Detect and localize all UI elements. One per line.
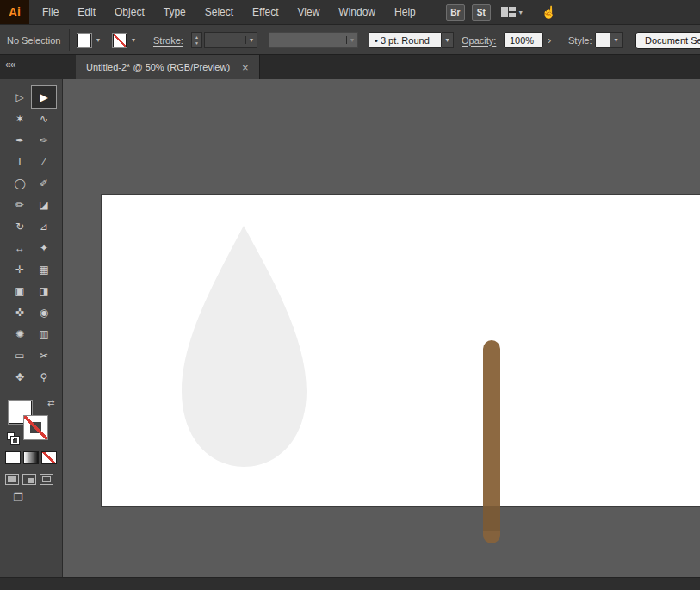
canvas-pasteboard[interactable]	[63, 79, 700, 577]
stroke-weight-select[interactable]: ▾	[204, 32, 257, 48]
stroke-indicator[interactable]	[24, 416, 47, 439]
stroke-swatch-chevron-icon[interactable]: ▾	[128, 34, 139, 47]
document-tab[interactable]: Untitled-2* @ 50% (RGB/Preview) ×	[76, 55, 260, 79]
tools-grid: ▷▶✶∿✒✑T∕◯✐✏◪↻⊿↔✦✛▦▣◨✜◉✺▥▭✂✥⚲	[8, 86, 56, 388]
brush-definition-field[interactable]: • 3 pt. Round	[369, 32, 442, 48]
ellipse-tool[interactable]: ◯	[8, 172, 32, 194]
lasso-tool[interactable]: ∿	[32, 108, 56, 129]
menu-item-help[interactable]: Help	[385, 0, 425, 24]
style-label: Style:	[568, 35, 592, 46]
document-tab-bar: «« Untitled-2* @ 50% (RGB/Preview) ×	[0, 55, 700, 79]
menu-item-object[interactable]: Object	[105, 0, 154, 24]
screen-mode-button[interactable]: ❐	[13, 491, 23, 504]
none-slash-icon	[42, 452, 56, 463]
none-slash-icon	[114, 34, 126, 47]
gradient-tool[interactable]: ◨	[32, 280, 56, 301]
chevron-down-icon: ▾	[245, 36, 257, 44]
opacity-expand-icon[interactable]: ›	[548, 34, 551, 47]
control-bar: No Selection ▾ ▾ Stroke: ▲ ▼ ▾ ▾	[0, 25, 700, 55]
default-fill-stroke-icon[interactable]	[7, 432, 20, 445]
opacity-input[interactable]: 100%	[504, 32, 543, 48]
color-button[interactable]	[5, 451, 21, 464]
shape-builder-tool[interactable]: ✛	[8, 258, 32, 280]
direct-selection-tool[interactable]: ▷	[8, 86, 32, 108]
selection-tool[interactable]: ▶	[32, 86, 56, 108]
menu-item-effect[interactable]: Effect	[243, 0, 288, 24]
width-tool[interactable]: ↔	[8, 237, 32, 258]
free-transform-tool[interactable]: ✦	[32, 237, 56, 258]
close-icon[interactable]: ×	[242, 62, 249, 73]
draw-normal-button[interactable]	[5, 474, 19, 485]
graph-tool[interactable]: ▥	[32, 323, 56, 345]
menu-item-view[interactable]: View	[288, 0, 330, 24]
paintbrush-tool[interactable]: ✐	[32, 172, 56, 194]
stepper-up-icon[interactable]: ▲	[195, 34, 199, 40]
pen-tool[interactable]: ✒	[8, 129, 32, 151]
stock-button[interactable]: St	[472, 4, 491, 21]
gradient-button[interactable]	[23, 451, 39, 464]
workspace-switcher-icon	[501, 7, 516, 17]
stem-shape[interactable]	[483, 340, 500, 543]
artboard-tool[interactable]: ▭	[8, 345, 32, 366]
chevron-down-icon: ▾	[346, 36, 357, 44]
stroke-color-swatch[interactable]	[113, 34, 127, 47]
divider	[69, 29, 70, 51]
selection-status: No Selection	[7, 35, 60, 46]
bridge-button[interactable]: Br	[446, 4, 465, 21]
mini-stroke-icon	[11, 437, 19, 444]
fill-stroke-indicator: ⇄	[7, 398, 59, 448]
leaf-path	[182, 226, 307, 467]
width-profile-select[interactable]: ▾	[269, 32, 358, 48]
menu-item-window[interactable]: Window	[329, 0, 385, 24]
style-chevron-icon[interactable]: ▾	[610, 32, 623, 48]
magic-wand-tool[interactable]: ✶	[8, 108, 32, 129]
curvature-tool[interactable]: ✑	[32, 129, 56, 151]
stroke-panel-link[interactable]: Stroke:	[153, 35, 183, 46]
drawing-mode-buttons	[5, 474, 53, 485]
rotate-tool[interactable]: ↻	[8, 215, 32, 237]
panel-collapse-icon[interactable]: ««	[5, 59, 15, 71]
workspace-switcher[interactable]: ▾	[501, 7, 523, 17]
menu-item-type[interactable]: Type	[154, 0, 195, 24]
none-button[interactable]	[41, 451, 57, 464]
fill-swatch-chevron-icon[interactable]: ▾	[93, 34, 103, 47]
color-mode-buttons	[5, 451, 57, 464]
type-tool[interactable]: T	[8, 151, 32, 172]
style-swatch[interactable]	[595, 32, 610, 48]
eyedropper-tool[interactable]: ✜	[8, 301, 32, 323]
mesh-tool[interactable]: ▦	[32, 258, 56, 280]
document-setup-button[interactable]: Document Setu	[635, 32, 700, 49]
chevron-down-icon: ▾	[519, 9, 523, 16]
fill-color-swatch[interactable]	[77, 34, 91, 47]
illustrator-window: Ai FileEditObjectTypeSelectEffectViewWin…	[0, 0, 700, 590]
swap-fill-stroke-icon[interactable]: ⇄	[47, 398, 54, 407]
menu-item-edit[interactable]: Edit	[68, 0, 105, 24]
brush-chevron-icon[interactable]: ▾	[442, 32, 454, 48]
eraser-tool[interactable]: ◪	[32, 194, 56, 215]
slice-tool[interactable]: ✂	[32, 345, 56, 366]
share-hand-icon[interactable]: ☝	[542, 5, 556, 19]
symbol-sprayer-tool[interactable]: ✺	[8, 323, 32, 345]
menu-bar: Ai FileEditObjectTypeSelectEffectViewWin…	[0, 0, 700, 25]
line-segment-tool[interactable]: ∕	[32, 151, 56, 172]
perspective-grid-tool[interactable]: ▣	[8, 280, 32, 301]
document-tab-title: Untitled-2* @ 50% (RGB/Preview)	[86, 62, 230, 72]
status-bar	[0, 577, 700, 590]
hand-tool[interactable]: ✥	[8, 366, 32, 388]
leaf-shape[interactable]	[182, 226, 307, 467]
none-slash-icon	[24, 416, 47, 439]
pencil-tool[interactable]: ✏	[8, 194, 32, 215]
draw-behind-button[interactable]	[22, 474, 36, 485]
menu-items: FileEditObjectTypeSelectEffectViewWindow…	[33, 0, 425, 24]
opacity-label[interactable]: Opacity:	[462, 35, 496, 46]
blend-tool[interactable]: ◉	[32, 301, 56, 323]
draw-inside-button[interactable]	[40, 474, 53, 485]
menu-item-select[interactable]: Select	[195, 0, 243, 24]
zoom-tool[interactable]: ⚲	[32, 366, 56, 388]
scale-tool[interactable]: ⊿	[32, 215, 56, 237]
menu-item-file[interactable]: File	[33, 0, 68, 24]
stepper-down-icon[interactable]: ▼	[195, 40, 199, 47]
stem-tip-segment	[483, 531, 500, 543]
stroke-weight-stepper[interactable]: ▲ ▼	[191, 32, 202, 48]
stem-shadow-segment	[483, 506, 500, 531]
